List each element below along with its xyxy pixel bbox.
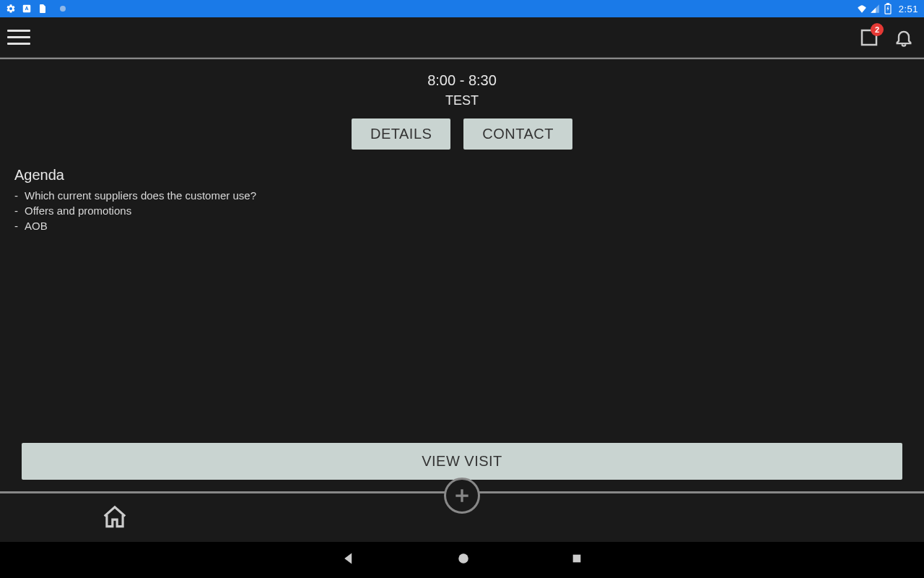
app-header: 2 bbox=[0, 17, 924, 58]
view-visit-button[interactable]: VIEW VISIT bbox=[22, 443, 902, 480]
home-button[interactable] bbox=[101, 504, 128, 534]
document-icon bbox=[38, 4, 48, 14]
svg-rect-6 bbox=[573, 555, 581, 563]
wifi-icon bbox=[857, 4, 867, 14]
notifications-button[interactable] bbox=[891, 25, 917, 51]
svg-point-2 bbox=[60, 6, 66, 12]
agenda-item: -Which current suppliers does the custom… bbox=[14, 188, 910, 203]
android-nav-bar bbox=[0, 542, 924, 578]
status-time: 2:51 bbox=[899, 4, 918, 14]
event-title: TEST bbox=[14, 93, 910, 108]
app-badge-icon: A bbox=[22, 4, 32, 14]
battery-icon bbox=[883, 4, 893, 14]
inbox-badge: 2 bbox=[871, 23, 884, 36]
status-right: 2:51 bbox=[857, 4, 918, 14]
svg-point-5 bbox=[458, 553, 468, 564]
inbox-button[interactable]: 2 bbox=[856, 25, 882, 51]
agenda-item: -AOB bbox=[14, 218, 910, 233]
home-system-button[interactable] bbox=[457, 552, 470, 568]
agenda-heading: Agenda bbox=[14, 167, 910, 184]
menu-button[interactable] bbox=[7, 25, 33, 51]
agenda-item-text: AOB bbox=[25, 218, 48, 233]
settings-icon bbox=[6, 4, 16, 14]
agenda-list: -Which current suppliers does the custom… bbox=[14, 188, 910, 233]
signal-icon bbox=[870, 4, 880, 14]
android-status-bar: A 2:51 bbox=[0, 0, 924, 17]
back-button[interactable] bbox=[341, 551, 356, 569]
event-time-range: 8:00 - 8:30 bbox=[14, 72, 910, 89]
main-content: 8:00 - 8:30 TEST DETAILS CONTACT Agenda … bbox=[0, 59, 924, 491]
add-button[interactable] bbox=[444, 478, 480, 514]
details-button[interactable]: DETAILS bbox=[352, 118, 450, 150]
status-left: A bbox=[6, 4, 68, 14]
agenda-item-text: Offers and promotions bbox=[25, 203, 131, 218]
recent-apps-button[interactable] bbox=[571, 553, 583, 567]
agenda-item-text: Which current suppliers does the custome… bbox=[25, 188, 256, 203]
svg-rect-4 bbox=[886, 4, 889, 5]
bottom-nav bbox=[0, 491, 924, 542]
svg-text:A: A bbox=[25, 6, 28, 11]
event-header: 8:00 - 8:30 TEST DETAILS CONTACT bbox=[14, 72, 910, 150]
agenda-item: -Offers and promotions bbox=[14, 203, 910, 218]
contact-button[interactable]: CONTACT bbox=[463, 118, 572, 150]
loading-dot-icon bbox=[58, 4, 68, 14]
